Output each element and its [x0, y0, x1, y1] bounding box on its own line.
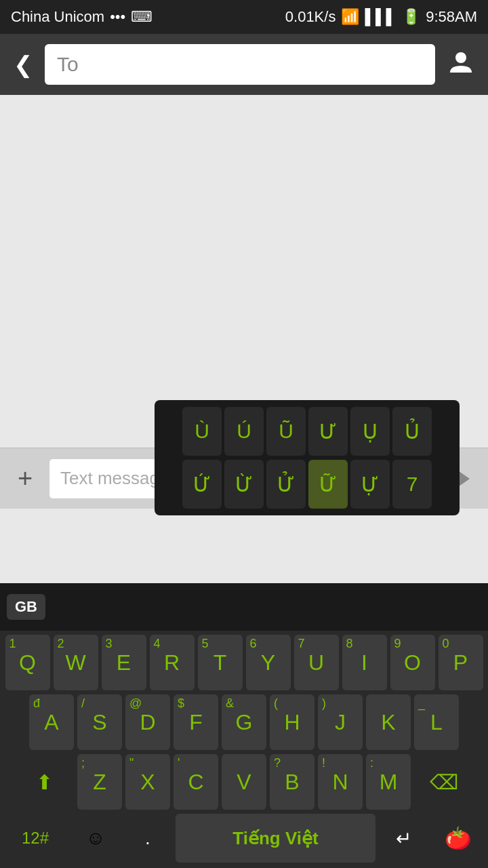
- to-placeholder: To: [57, 53, 79, 76]
- key-R[interactable]: 4R: [150, 635, 195, 690]
- tomato-icon: 🍅: [445, 825, 472, 851]
- battery-icon: 🔋: [402, 8, 420, 26]
- shift-key[interactable]: ⬆: [14, 754, 74, 810]
- space-label: Tiếng Việt: [232, 828, 318, 849]
- status-bar: China Unicom ••• ⌨ 0.01K/s 📶 ▌▌▌ 🔋 9:58A…: [0, 0, 488, 34]
- u-variant-7[interactable]: 7: [392, 460, 432, 509]
- dot-key[interactable]: .: [123, 814, 172, 863]
- key-E[interactable]: 3E: [102, 635, 146, 690]
- keyboard: Ù Ú Ũ Ư Ụ Ủ Ứ Ừ Ử Ữ Ự 7 GB 1Q 2W 3E 4R 5…: [0, 583, 488, 868]
- tomato-key[interactable]: 🍅: [431, 814, 485, 863]
- key-O[interactable]: 9O: [390, 635, 435, 690]
- svg-point-0: [455, 52, 466, 63]
- u-variant-U-hook[interactable]: Ủ: [392, 407, 432, 456]
- to-input[interactable]: To: [45, 44, 435, 85]
- key-Z[interactable]: ;Z: [77, 754, 122, 810]
- keyboard-row-3: ⬆ ;Z "X 'C V ?B !N :M ⌫: [3, 754, 485, 810]
- key-P[interactable]: 0P: [439, 635, 483, 690]
- key-J[interactable]: )J: [318, 694, 363, 750]
- add-icon: +: [18, 464, 33, 493]
- add-button[interactable]: +: [8, 462, 42, 496]
- u-variant-U-grave[interactable]: Ù: [182, 407, 222, 456]
- emoji-key[interactable]: ☺: [71, 814, 120, 863]
- keyboard-row-1: 1Q 2W 3E 4R 5T 6Y 7U 8I 9O 0P: [3, 635, 485, 690]
- contact-button[interactable]: [442, 43, 480, 86]
- carrier-dots: •••: [110, 8, 125, 26]
- key-Y[interactable]: 6Y: [246, 635, 291, 690]
- key-N[interactable]: !N: [318, 754, 363, 810]
- enter-key[interactable]: ↵: [379, 814, 428, 863]
- key-W[interactable]: 2W: [54, 635, 98, 690]
- u-variant-U-horn[interactable]: Ư: [308, 407, 348, 456]
- shift-icon: ⬆: [36, 770, 53, 794]
- speed-label: 0.01K/s: [285, 8, 336, 26]
- u-variant-U-tilde[interactable]: Ũ: [266, 407, 306, 456]
- key-K[interactable]: K: [366, 694, 411, 750]
- key-S[interactable]: /S: [77, 694, 122, 750]
- dot-label: .: [145, 827, 150, 849]
- wifi-icon: 📶: [341, 8, 359, 26]
- key-H[interactable]: (H: [270, 694, 314, 750]
- key-M[interactable]: :M: [366, 754, 411, 810]
- message-area: [0, 95, 488, 448]
- gb-badge: GB: [7, 594, 45, 620]
- u-variant-U-horn-dot[interactable]: Ự: [350, 460, 390, 509]
- key-T[interactable]: 5T: [198, 635, 243, 690]
- u-variant-U-acute[interactable]: Ú: [224, 407, 264, 456]
- status-left: China Unicom ••• ⌨: [11, 8, 152, 26]
- key-D[interactable]: @D: [125, 694, 170, 750]
- keyboard-icon: ⌨: [131, 8, 152, 26]
- u-variant-U-horn-grave[interactable]: Ừ: [224, 460, 264, 509]
- keyboard-bottom-row: 12# ☺ . Tiếng Việt ↵ 🍅: [0, 814, 488, 868]
- key-A[interactable]: đA: [29, 694, 74, 750]
- key-C[interactable]: 'C: [174, 754, 218, 810]
- keyboard-rows: 1Q 2W 3E 4R 5T 6Y 7U 8I 9O 0P đA /S @D $…: [0, 631, 488, 810]
- emoji-icon: ☺: [86, 827, 106, 849]
- key-G[interactable]: &G: [222, 694, 266, 750]
- u-popup-row-2: Ứ Ừ Ử Ữ Ự 7: [159, 460, 455, 509]
- u-variant-U-horn-tilde[interactable]: Ữ: [308, 460, 348, 509]
- backspace-key[interactable]: ⌫: [414, 754, 474, 810]
- key-V[interactable]: V: [222, 754, 266, 810]
- time-label: 9:58AM: [426, 8, 477, 26]
- carrier-label: China Unicom: [11, 8, 104, 26]
- u-variant-U-dot[interactable]: Ụ: [350, 407, 390, 456]
- sym-label: 12#: [22, 829, 49, 848]
- u-variant-U-horn-acute[interactable]: Ứ: [182, 460, 222, 509]
- keyboard-row-2: đA /S @D $F &G (H )J K _L: [3, 694, 485, 750]
- u-variant-U-horn-hook[interactable]: Ử: [266, 460, 306, 509]
- key-U[interactable]: 7U: [294, 635, 339, 690]
- status-right: 0.01K/s 📶 ▌▌▌ 🔋 9:58AM: [285, 8, 477, 26]
- keyboard-toolbar: GB: [0, 583, 488, 631]
- key-Q[interactable]: 1Q: [5, 635, 50, 690]
- sym-key[interactable]: 12#: [3, 814, 68, 863]
- u-character-popup: Ù Ú Ũ Ư Ụ Ủ Ứ Ừ Ử Ữ Ự 7: [155, 400, 460, 515]
- top-bar: ❮ To: [0, 34, 488, 95]
- key-B[interactable]: ?B: [270, 754, 314, 810]
- backspace-icon: ⌫: [430, 770, 458, 794]
- space-key[interactable]: Tiếng Việt: [176, 814, 375, 863]
- signal-icon: ▌▌▌: [365, 8, 396, 26]
- text-placeholder: Text message: [60, 468, 169, 489]
- u-popup-row-1: Ù Ú Ũ Ư Ụ Ủ: [159, 407, 455, 456]
- key-F[interactable]: $F: [174, 694, 218, 750]
- key-I[interactable]: 8I: [342, 635, 387, 690]
- back-button[interactable]: ❮: [8, 45, 38, 83]
- key-X[interactable]: "X: [125, 754, 170, 810]
- key-L[interactable]: _L: [414, 694, 459, 750]
- enter-icon: ↵: [396, 827, 411, 850]
